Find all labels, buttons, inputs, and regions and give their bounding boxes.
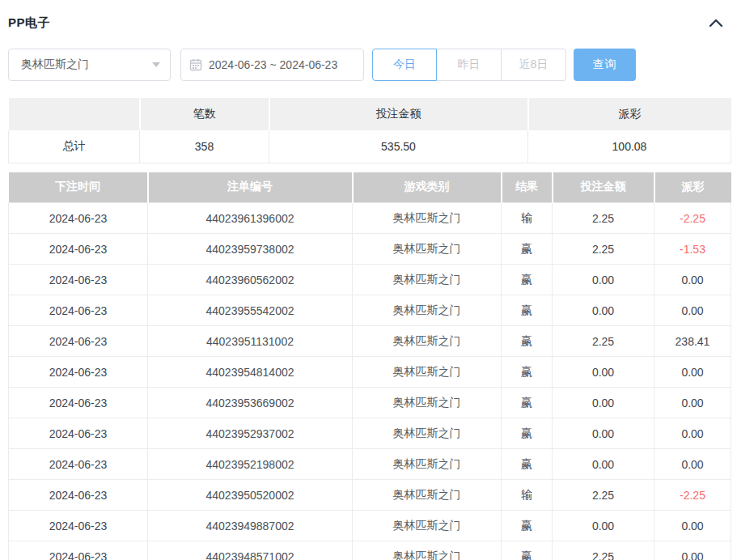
payout-cell: 0.00 <box>654 265 731 295</box>
bet-amount-cell: 0.00 <box>553 357 654 388</box>
summary-header-bet-amount: 投注金额 <box>269 98 528 130</box>
quick-filter-today-button[interactable]: 今日 <box>372 49 437 81</box>
summary-payout-value: 100.08 <box>528 130 731 163</box>
summary-header-count: 笔数 <box>140 98 269 130</box>
result-cell: 赢 <box>502 357 553 388</box>
bet-amount-cell: 2.25 <box>553 541 654 560</box>
collapse-button[interactable] <box>706 13 726 32</box>
game-category-cell: 奥林匹斯之门 <box>353 234 502 265</box>
panel-header: PP电子 <box>8 0 731 32</box>
summary-total-row: 总计 358 535.50 100.08 <box>9 130 731 163</box>
game-category-cell: 奥林匹斯之门 <box>353 480 502 511</box>
calendar-icon <box>189 58 202 71</box>
game-select[interactable]: 奥林匹斯之门 <box>8 49 171 81</box>
table-row: 2024-06-23 44023959738002 奥林匹斯之门 赢 2.25 … <box>9 234 731 265</box>
game-category-cell: 奥林匹斯之门 <box>353 388 502 418</box>
table-row: 2024-06-23 44023954814002 奥林匹斯之门 赢 0.00 … <box>9 357 731 388</box>
summary-total-label: 总计 <box>9 130 140 163</box>
payout-cell: 0.00 <box>654 388 731 418</box>
date-range-value: 2024-06-23 ~ 2024-06-23 <box>209 58 337 71</box>
table-row: 2024-06-23 44023961396002 奥林匹斯之门 输 2.25 … <box>9 203 731 234</box>
summary-count-value: 358 <box>140 130 269 163</box>
bet-amount-cell: 0.00 <box>553 449 654 480</box>
payout-cell: -2.25 <box>654 203 731 234</box>
game-category-cell: 奥林匹斯之门 <box>353 265 502 295</box>
order-id-cell: 44023950520002 <box>148 480 353 511</box>
order-id-cell: 44023952937002 <box>148 418 353 449</box>
result-cell: 赢 <box>502 541 553 560</box>
result-cell: 赢 <box>502 449 553 480</box>
bet-time-cell: 2024-06-23 <box>9 541 148 560</box>
summary-header-row: 笔数 投注金额 派彩 <box>9 98 731 130</box>
summary-header-empty <box>9 98 140 130</box>
result-cell: 赢 <box>502 388 553 418</box>
result-cell: 输 <box>502 480 553 511</box>
bet-time-cell: 2024-06-23 <box>9 265 148 295</box>
quick-filter-yesterday-button[interactable]: 昨日 <box>437 49 502 81</box>
payout-cell: -1.53 <box>654 234 731 265</box>
column-header-result: 结果 <box>502 172 553 203</box>
order-id-cell: 44023954814002 <box>148 357 353 388</box>
result-cell: 赢 <box>502 418 553 449</box>
column-header-payout: 派彩 <box>654 172 731 203</box>
bet-amount-cell: 2.25 <box>553 480 654 511</box>
bet-time-cell: 2024-06-23 <box>9 326 148 357</box>
table-row: 2024-06-23 44023955542002 奥林匹斯之门 赢 0.00 … <box>9 295 731 326</box>
order-id-cell: 44023953669002 <box>148 388 353 418</box>
order-id-cell: 44023948571002 <box>148 541 353 560</box>
payout-cell: 0.00 <box>654 357 731 388</box>
bets-header-row: 下注时间 注单编号 游戏类别 结果 投注金额 派彩 <box>9 172 731 203</box>
bet-amount-cell: 0.00 <box>553 295 654 326</box>
page-title: PP电子 <box>8 15 50 31</box>
table-row: 2024-06-23 44023960562002 奥林匹斯之门 赢 0.00 … <box>9 265 731 295</box>
bet-amount-cell: 2.25 <box>553 326 654 357</box>
date-range-picker[interactable]: 2024-06-23 ~ 2024-06-23 <box>180 49 364 81</box>
bet-time-cell: 2024-06-23 <box>9 418 148 449</box>
bet-amount-cell: 2.25 <box>553 234 654 265</box>
game-select-value: 奥林匹斯之门 <box>21 57 89 72</box>
quick-filter-last8days-button[interactable]: 近8日 <box>502 49 566 81</box>
summary-table: 笔数 投注金额 派彩 总计 358 535.50 100.08 <box>8 98 731 163</box>
caret-down-icon <box>152 62 160 67</box>
chevron-up-icon <box>709 18 723 28</box>
order-id-cell: 44023949887002 <box>148 511 353 541</box>
order-id-cell: 44023960562002 <box>148 265 353 295</box>
game-category-cell: 奥林匹斯之门 <box>353 449 502 480</box>
payout-cell: 0.00 <box>654 449 731 480</box>
pp-games-panel: PP电子 奥林匹斯之门 <box>0 0 737 560</box>
result-cell: 赢 <box>502 265 553 295</box>
payout-cell: 238.41 <box>654 326 731 357</box>
summary-header-payout: 派彩 <box>528 98 731 130</box>
query-button[interactable]: 查询 <box>574 49 636 81</box>
filter-bar: 奥林匹斯之门 2024-06-23 ~ 2024-06-23 <box>8 49 731 81</box>
table-row: 2024-06-23 44023952937002 奥林匹斯之门 赢 0.00 … <box>9 418 731 449</box>
game-category-cell: 奥林匹斯之门 <box>353 418 502 449</box>
order-id-cell: 44023952198002 <box>148 449 353 480</box>
payout-cell: 0.00 <box>654 511 731 541</box>
game-category-cell: 奥林匹斯之门 <box>353 541 502 560</box>
bets-table: 下注时间 注单编号 游戏类别 结果 投注金额 派彩 2024-06-23 440… <box>8 172 731 560</box>
column-header-game: 游戏类别 <box>353 172 502 203</box>
column-header-bet-time: 下注时间 <box>9 172 148 203</box>
order-id-cell: 44023955542002 <box>148 295 353 326</box>
table-row: 2024-06-23 44023953669002 奥林匹斯之门 赢 0.00 … <box>9 388 731 418</box>
bet-amount-cell: 0.00 <box>553 418 654 449</box>
payout-cell: 0.00 <box>654 418 731 449</box>
column-header-bet-amount: 投注金额 <box>553 172 654 203</box>
payout-cell: 0.00 <box>654 295 731 326</box>
table-row: 2024-06-23 44023948571002 奥林匹斯之门 赢 2.25 … <box>9 541 731 560</box>
bet-time-cell: 2024-06-23 <box>9 449 148 480</box>
game-category-cell: 奥林匹斯之门 <box>353 326 502 357</box>
bet-amount-cell: 0.00 <box>553 265 654 295</box>
result-cell: 赢 <box>502 295 553 326</box>
summary-bet-amount-value: 535.50 <box>269 130 528 163</box>
bet-amount-cell: 2.25 <box>553 203 654 234</box>
bet-time-cell: 2024-06-23 <box>9 234 148 265</box>
bet-time-cell: 2024-06-23 <box>9 511 148 541</box>
result-cell: 赢 <box>502 326 553 357</box>
game-category-cell: 奥林匹斯之门 <box>353 511 502 541</box>
payout-cell: -2.25 <box>654 480 731 511</box>
order-id-cell: 44023961396002 <box>148 203 353 234</box>
table-row: 2024-06-23 44023951131002 奥林匹斯之门 赢 2.25 … <box>9 326 731 357</box>
bet-time-cell: 2024-06-23 <box>9 480 148 511</box>
